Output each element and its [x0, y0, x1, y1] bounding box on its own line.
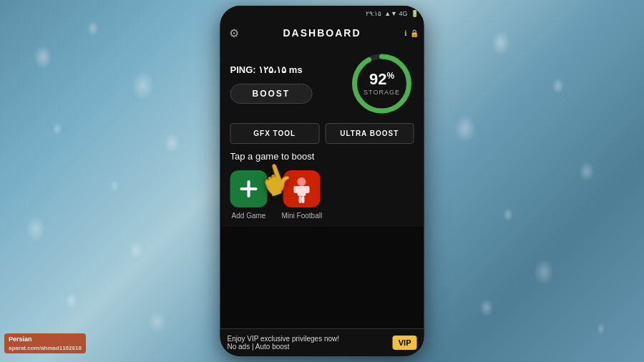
dashboard-title: DASHBOARD: [283, 27, 361, 39]
svg-rect-9: [299, 196, 302, 203]
banner-main-text: Enjoy VIP exclusive privileges now!: [228, 335, 393, 343]
storage-circle: 92% STORAGE: [350, 52, 414, 116]
storage-percent: 92%: [369, 72, 394, 87]
boost-button[interactable]: BOOST: [230, 84, 313, 104]
dashboard-header: ⚙ DASHBOARD ℹ 🔒: [220, 21, 424, 44]
svg-rect-7: [294, 186, 299, 193]
bottom-banner: Upgrade Enjoy VIP exclusive privileges n…: [220, 328, 424, 356]
main-content: PING: ١٢۵،١۵ ms BOOST 92% STORAGE: [220, 44, 424, 227]
mini-football-icon[interactable]: [283, 170, 321, 207]
percent-sign: %: [386, 71, 394, 81]
storage-label: STORAGE: [364, 89, 400, 96]
info-icon[interactable]: ℹ: [404, 29, 407, 37]
status-time: ١۵:٢٩: [366, 10, 382, 17]
vip-button[interactable]: VIP: [393, 336, 417, 350]
status-bar: ١۵:٢٩ ▲▼ 4G 🔋: [220, 6, 424, 21]
watermark: Persian aparat.com/ahmad1102618: [4, 333, 86, 353]
games-row: Add Game Mini F: [230, 170, 414, 220]
ping-label: PING: ١٢۵،١۵ ms: [230, 64, 303, 75]
ping-storage-row: PING: ١٢۵،١۵ ms BOOST 92% STORAGE: [230, 52, 414, 116]
storage-inner: 92% STORAGE: [350, 52, 414, 116]
banner-text-area: Enjoy VIP exclusive privileges now! No a…: [228, 335, 393, 351]
status-battery: 🔋: [411, 10, 419, 17]
header-info-icons: ℹ 🔒: [404, 29, 419, 37]
svg-rect-10: [302, 196, 305, 203]
status-signal: ▲▼ 4G: [384, 10, 407, 17]
watermark-line1: Persian: [9, 335, 82, 344]
mini-football-label: Mini Football: [282, 212, 323, 220]
gfx-tool-button[interactable]: GFX TOOL: [230, 123, 320, 144]
svg-rect-3: [240, 187, 258, 190]
tap-label: Tap a game to boost: [230, 151, 414, 162]
settings-icon[interactable]: ⚙: [229, 26, 239, 40]
ultra-boost-button[interactable]: ULTRA BOOST: [325, 123, 414, 144]
banner-sub-text: No ads | Auto boost: [228, 343, 393, 351]
svg-point-5: [298, 177, 306, 186]
phone-frame: ١۵:٢٩ ▲▼ 4G 🔋 ⚙ DASHBOARD ℹ 🔒 PING: ١٢۵،…: [220, 6, 424, 356]
add-game-label: Add Game: [232, 212, 266, 220]
plus-icon: [238, 177, 260, 200]
watermark-line2: aparat.com/ahmad1102618: [9, 344, 82, 352]
tool-row: GFX TOOL ULTRA BOOST: [230, 123, 414, 144]
lock-icon: 🔒: [410, 29, 419, 37]
game-item-add[interactable]: Add Game: [230, 170, 268, 220]
add-game-icon[interactable]: [230, 170, 268, 207]
ping-left: PING: ١٢۵،١۵ ms BOOST: [230, 64, 313, 104]
svg-rect-8: [305, 186, 310, 193]
football-svg: [283, 170, 321, 207]
game-item-football[interactable]: Mini Football: [282, 170, 323, 220]
